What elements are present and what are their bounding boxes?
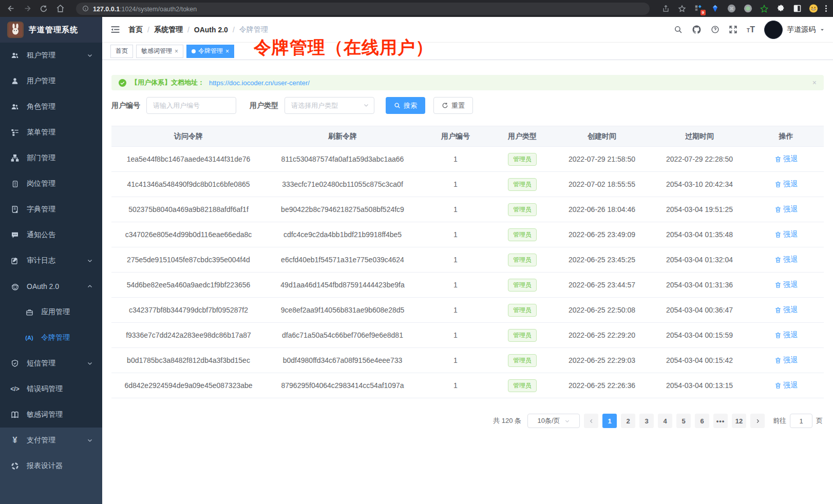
sidebar-item-audit-log[interactable]: 审计日志 (0, 248, 102, 274)
extension-puzzle-icon[interactable] (776, 4, 785, 13)
sidebar-item-oauth2-token[interactable]: (A)令牌管理 (0, 325, 102, 351)
force-logout-button[interactable]: 强退 (774, 331, 798, 340)
search-button[interactable]: 搜索 (386, 97, 425, 114)
info-icon[interactable] (82, 5, 89, 12)
breadcrumb-item[interactable]: OAuth 2.0 (194, 26, 228, 34)
trash-icon (774, 256, 782, 263)
breadcrumb-item: 令牌管理 (239, 25, 268, 34)
user-type-badge: 管理员 (508, 178, 537, 191)
force-logout-button[interactable]: 强退 (774, 305, 798, 315)
page-button[interactable]: 2 (621, 414, 635, 428)
user-menu[interactable]: 芋道源码 (764, 21, 825, 39)
browser-menu-icon[interactable] (825, 5, 827, 12)
user-id-input[interactable] (146, 97, 236, 114)
address-bar[interactable]: 127.0.0.1:1024/system/oauth2/token (76, 3, 650, 15)
page-size-select[interactable]: 10条/页 (527, 414, 580, 428)
sidebar-item-dict[interactable]: 字典管理 (0, 197, 102, 222)
sidebar-item-dept[interactable]: 部门管理 (0, 145, 102, 171)
sidebar-item-oauth2-app[interactable]: 应用管理 (0, 299, 102, 325)
app-logo[interactable]: 芋道管理系统 (0, 17, 102, 43)
extension-command-icon[interactable]: ⌘ (727, 4, 736, 13)
home-icon[interactable] (55, 4, 65, 13)
logo-avatar-icon (7, 22, 24, 38)
user-type-badge: 管理员 (508, 279, 537, 292)
refresh-icon (442, 102, 448, 109)
user-type-cell: 管理员 (491, 329, 553, 342)
reset-button[interactable]: 重置 (433, 97, 473, 114)
font-size-icon[interactable]: TT (747, 25, 755, 34)
force-logout-button[interactable]: 强退 (774, 230, 798, 239)
forward-icon[interactable] (23, 4, 32, 13)
extension-record-icon[interactable] (743, 4, 752, 13)
tab-home[interactable]: 首页 (110, 45, 133, 58)
tab-token[interactable]: 令牌管理× (186, 45, 234, 58)
force-logout-button[interactable]: 强退 (774, 180, 798, 189)
sidebar-item-user[interactable]: 用户管理 (0, 68, 102, 94)
more-pages-button[interactable]: ••• (713, 414, 728, 428)
user-type-badge: 管理员 (508, 354, 537, 367)
force-logout-button[interactable]: 强退 (774, 154, 798, 164)
page-button[interactable]: 4 (658, 414, 672, 428)
breadcrumb-item[interactable]: 首页 (128, 25, 143, 34)
sidebar-item-label: 菜单管理 (27, 128, 93, 137)
tab-sensitive-word[interactable]: 敏感词管理× (136, 45, 183, 58)
notice-chat-icon (10, 231, 20, 239)
search-icon[interactable] (674, 25, 683, 34)
force-logout-button[interactable]: 强退 (774, 205, 798, 214)
breadcrumb-item[interactable]: 系统管理 (154, 25, 183, 34)
alert-close-icon[interactable]: × (812, 79, 817, 87)
sidebar-item-oauth2[interactable]: OAuth 2.0 (0, 274, 102, 299)
page-button[interactable]: 12 (732, 414, 746, 428)
share-icon[interactable] (661, 4, 670, 13)
github-icon[interactable] (692, 25, 702, 34)
tab-close-icon[interactable]: × (225, 48, 229, 55)
extension-star-icon[interactable] (760, 4, 769, 13)
sidebar-item-notice[interactable]: 通知公告 (0, 222, 102, 248)
page-button[interactable]: 6 (695, 414, 709, 428)
sidebar-item-tenant[interactable]: 租户管理 (0, 43, 102, 68)
sidebar-item-report[interactable]: 报表设计器 (0, 453, 102, 479)
profile-avatar-icon[interactable] (809, 4, 818, 13)
sidebar-item-error-code[interactable]: </>错误码管理 (0, 376, 102, 402)
extension-blocks-icon[interactable]: 9 (694, 4, 703, 13)
expire-time-cell: 2054-03-04 19:51:25 (651, 205, 748, 214)
force-logout-label: 强退 (783, 331, 798, 340)
sidebar-item-sensitive-word[interactable]: 敏感词管理 (0, 402, 102, 428)
created-time-cell: 2022-06-25 22:29:20 (553, 331, 651, 339)
sidebar-item-role[interactable]: 角色管理 (0, 94, 102, 120)
trash-icon (774, 231, 782, 238)
page-button[interactable]: 3 (639, 414, 654, 428)
force-logout-button[interactable]: 强退 (774, 255, 798, 264)
page-button[interactable]: 1 (602, 414, 617, 428)
goto-page-input[interactable] (790, 414, 812, 428)
breadcrumb-separator: / (233, 26, 235, 34)
next-page-button[interactable] (750, 414, 765, 428)
sidebar-item-pay[interactable]: ¥支付管理 (0, 428, 102, 453)
force-logout-button[interactable]: 强退 (774, 280, 798, 289)
refresh-token-cell: e6cfd40eb1f54571a31e775e039c4624 (266, 256, 420, 264)
sidebar-item-menu[interactable]: 菜单管理 (0, 120, 102, 145)
doc-alert: 【用户体系】文档地址： https://doc.iocoder.cn/user-… (111, 75, 824, 90)
action-cell: 强退 (748, 381, 824, 391)
back-icon[interactable] (6, 4, 15, 13)
page-button[interactable]: 5 (676, 414, 691, 428)
bookmark-star-icon[interactable] (677, 4, 687, 13)
reload-icon[interactable] (39, 4, 48, 13)
access-token-cell: 41c41346a548490f9dc8b01c6bfe0865 (111, 180, 266, 188)
user-type-select[interactable]: 请选择用户类型 (285, 97, 374, 114)
sidebar-item-post[interactable]: 岗位管理 (0, 171, 102, 197)
user-id-cell: 1 (420, 256, 491, 264)
sidebar-item-sms[interactable]: 短信管理 (0, 351, 102, 376)
column-header: 访问令牌 (111, 132, 266, 141)
force-logout-button[interactable]: 强退 (774, 356, 798, 365)
table-row: c342377bf8b344799dcbf7bf095287f29ce8ef2a… (111, 298, 824, 323)
extension-gem-icon[interactable] (710, 4, 720, 13)
force-logout-button[interactable]: 强退 (774, 381, 798, 390)
sidebar-panel-icon[interactable] (792, 4, 802, 13)
help-icon[interactable] (711, 25, 720, 34)
prev-page-button[interactable] (584, 414, 598, 428)
fullscreen-icon[interactable] (729, 25, 737, 34)
collapse-menu-icon[interactable] (110, 25, 120, 34)
doc-link[interactable]: https://doc.iocoder.cn/user-center/ (209, 79, 310, 87)
tab-close-icon[interactable]: × (175, 48, 178, 55)
